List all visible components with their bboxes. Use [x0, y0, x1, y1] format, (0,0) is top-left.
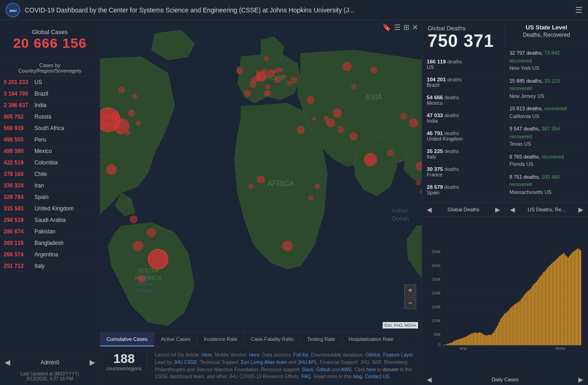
us-state-name: California US	[509, 113, 539, 119]
sidebar-list-item[interactable]: 268 574Argentina	[0, 249, 100, 260]
sidebar-list-item[interactable]: 329 784Spain	[0, 192, 100, 203]
country-list: 5 201 233US3 164 785Brazil2 396 637India…	[0, 77, 100, 355]
sidebar-item-count: 286 674	[4, 228, 32, 235]
map-area: North Atlantic Ocean South Atlantic Ocea…	[100, 20, 422, 385]
github2-link[interactable]: Github	[317, 367, 331, 372]
sidebar-list-item[interactable]: 251 713Italy	[0, 260, 100, 272]
us-state-item[interactable]: 10 813 deaths, recoveredCalifornia US	[509, 102, 583, 123]
menu-icon[interactable]: ☰	[575, 5, 582, 15]
svg-rect-107	[450, 343, 451, 345]
sidebar-list-item[interactable]: 336 324Iran	[0, 180, 100, 192]
svg-rect-191	[566, 256, 567, 345]
datasource-link[interactable]: Full list	[293, 352, 308, 357]
svg-point-66	[255, 70, 260, 74]
us-state-item[interactable]: 15 885 deaths, 33 223 recoveredNew Jerse…	[509, 75, 583, 103]
svg-rect-193	[569, 256, 570, 345]
deaths-list-item[interactable]: 35 225 deathsItaly	[422, 145, 504, 163]
svg-rect-115	[461, 338, 462, 345]
us-state-prev-button[interactable]: ◀	[510, 206, 515, 213]
sidebar-list-item[interactable]: 378 168Chile	[0, 169, 100, 180]
svg-text:0: 0	[438, 342, 441, 347]
us-state-recovered-label: recovered	[509, 58, 532, 63]
svg-rect-146	[504, 314, 505, 345]
deaths-item-count: 46 791	[427, 130, 443, 136]
sidebar-list-item[interactable]: 905 762Russia	[0, 111, 100, 123]
list-icon[interactable]: ☰	[394, 23, 401, 32]
sidebar-item-name: Bangladesh	[34, 240, 63, 246]
last-updated-label: Last Updated at (M/D/YYYY)	[3, 371, 97, 376]
sidebar-list-item[interactable]: 2 396 637India	[0, 100, 100, 111]
donate-link[interactable]: here	[366, 367, 376, 372]
sidebar-item-name: Spain	[34, 194, 49, 200]
map-tab[interactable]: Hospitalization Rate	[342, 333, 401, 346]
close-icon[interactable]: ✕	[412, 23, 418, 32]
map-tab[interactable]: Incidence Rate	[197, 333, 244, 346]
aws-link[interactable]: AWS	[341, 367, 352, 372]
footer-text: Lancet Inf Dis Article: Here. Mobile Ver…	[155, 351, 415, 380]
us-state-next-button[interactable]: ▶	[578, 206, 583, 213]
us-state-item[interactable]: 32 797 deaths, 73 842 recoveredNew York …	[509, 47, 583, 75]
sidebar-prev-button[interactable]: ◀	[5, 358, 10, 367]
feature-layer-link[interactable]: Feature Layer	[383, 352, 413, 357]
svg-rect-148	[507, 311, 508, 345]
svg-rect-102	[443, 345, 444, 345]
svg-rect-133	[486, 335, 487, 345]
deaths-next-button[interactable]: ▶	[495, 206, 500, 213]
map-tab[interactable]: Cumulative Cases	[100, 333, 154, 346]
lancet-link[interactable]: Here	[202, 352, 212, 357]
chart-next-button[interactable]: ▶	[578, 376, 583, 383]
sidebar-list-item[interactable]: 294 519Saudi Arabia	[0, 215, 100, 226]
slack-link[interactable]: Slack	[302, 367, 314, 372]
bookmark-icon[interactable]: 🔖	[382, 23, 391, 32]
zoom-in-button[interactable]: +	[404, 284, 416, 296]
deaths-list-item[interactable]: 46 791 deathsUnited Kingdom	[422, 127, 504, 145]
zoom-out-button[interactable]: −	[404, 297, 416, 309]
chart-prev-button[interactable]: ◀	[427, 376, 432, 383]
svg-text:150k: 150k	[432, 305, 441, 309]
map-tab[interactable]: Case-Fatality Ratio	[244, 333, 301, 346]
us-state-item[interactable]: 8 751 deaths, 100 486 recoveredMassachus…	[509, 171, 583, 199]
deaths-list-item[interactable]: 104 201 deathsBrazil	[422, 74, 504, 91]
deaths-list-item[interactable]: 28 579 deathsSpain	[422, 181, 504, 199]
map-tab[interactable]: Active Cases	[154, 333, 197, 346]
daily-cases-chart: 350k 300k 250k 200k 150k 100k 50k 0	[427, 221, 583, 374]
sidebar-item-name: Iran	[34, 182, 44, 189]
sidebar-list-item[interactable]: 286 674Pakistan	[0, 226, 100, 238]
deaths-list-item[interactable]: 30 375 deathsFrance	[422, 163, 504, 181]
sidebar-list-item[interactable]: 315 583United Kingdom	[0, 203, 100, 215]
faq-link[interactable]: FAQ	[301, 374, 311, 379]
deaths-list-item[interactable]: 54 666 deathsMexico	[422, 91, 504, 109]
deaths-list-item[interactable]: 166 118 deathsUS	[422, 56, 504, 74]
zoom-controls: + −	[404, 284, 416, 309]
sidebar-next-button[interactable]: ▶	[90, 358, 95, 367]
github-link[interactable]: GitHub	[365, 352, 380, 357]
deaths-item-count: 30 375	[427, 166, 443, 172]
sidebar-list-item[interactable]: 568 919South Africa	[0, 123, 100, 134]
svg-point-35	[282, 241, 293, 251]
jhu-csse-link[interactable]: JHU CSSE	[173, 359, 197, 365]
blog-link[interactable]: blog	[353, 374, 362, 379]
grid-icon[interactable]: ⊞	[403, 23, 409, 32]
deaths-list-item[interactable]: 47 033 deathsIndia	[422, 109, 504, 127]
us-state-item[interactable]: 8 765 deaths, recoveredFlorida US	[509, 151, 583, 171]
svg-point-31	[265, 84, 271, 90]
map-container[interactable]: North Atlantic Ocean South Atlantic Ocea…	[100, 20, 422, 332]
sidebar-list-item[interactable]: 498 555Peru	[0, 134, 100, 146]
deaths-item-label: deaths	[444, 130, 459, 136]
sidebar-list-item[interactable]: 5 201 233US	[0, 77, 100, 88]
last-updated-value: 8/13/2020, 4:27:18 PM	[3, 376, 97, 381]
sidebar-item-count: 378 168	[4, 171, 32, 177]
countries-count: 188	[107, 351, 141, 366]
us-state-item[interactable]: 9 547 deaths, 367 354 recoveredTexas US	[509, 123, 583, 151]
contact-link[interactable]: Contact US	[365, 374, 390, 379]
deaths-prev-button[interactable]: ◀	[427, 206, 432, 213]
sidebar-list-item[interactable]: 422 519Colombia	[0, 157, 100, 169]
sidebar-list-item[interactable]: 498 380Mexico	[0, 146, 100, 157]
map-tab[interactable]: Testing Rate	[300, 333, 342, 346]
esri-link[interactable]: Esri Living Atlas team	[241, 359, 287, 365]
mobile-link[interactable]: Here	[249, 352, 260, 357]
sidebar-list-item[interactable]: 3 164 785Brazil	[0, 88, 100, 100]
jhu-apl-link[interactable]: JHU APL	[298, 359, 317, 365]
sidebar-list-item[interactable]: 269 115Bangladesh	[0, 238, 100, 249]
svg-rect-179	[550, 265, 551, 345]
